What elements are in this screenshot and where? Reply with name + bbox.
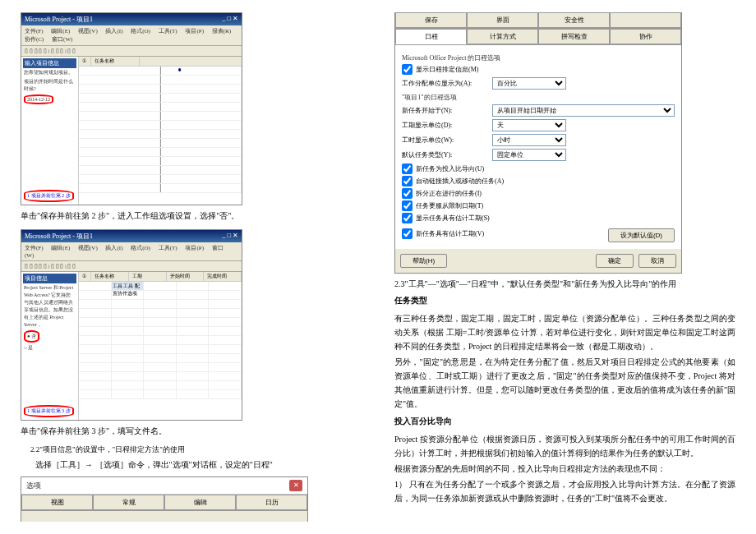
sidebar-heading: 输入项目信息 [23,58,76,68]
btn-setdefault[interactable]: 设为默认值(D) [608,228,675,242]
heading-23: 2.3"工具"—"选项"—"日程"中，"默认任务类型"和"新任务为投入比导向"的… [394,279,735,290]
dialog-title-text: 选项 [26,481,41,491]
window-title: Microsoft Project - 项目1 [25,15,93,24]
project-screenshot-2: Microsoft Project - 项目1 _ □ ✕ 文件(F) 编辑(E… [21,229,242,421]
caption-3: 2.2"项目信息"的设置中，"日程排定方法"的使用 [30,444,362,455]
chk-split[interactable] [402,188,413,199]
caption-2: 单击"保存并前往第 3 步"，填写文件名。 [21,425,362,438]
select-tasktype[interactable]: 固定单位 [492,149,566,161]
select-newtask[interactable]: 从项目开始日期开始 [492,104,675,117]
tab-interface[interactable]: 界面 [467,12,538,28]
tabs-row1: 视图 常规 编辑 日历 [21,495,307,511]
left-column: Microsoft Project - 项目1 _ □ ✕ 文件(F) 编辑(E… [21,12,362,455]
tab-view[interactable]: 视图 [21,495,93,510]
select-work[interactable]: 小时 [492,134,566,146]
sidebar-panel-2: 项目信息 Project Server 和 Project Web Access… [21,272,79,420]
chk-effort[interactable] [402,163,413,174]
section-1: Microsoft Office Project 的日程选项 [402,53,675,62]
btn-cancel[interactable]: 取消 [638,254,676,268]
btn-help[interactable]: 帮助(H) [400,254,447,268]
sidebar-panel: 输入项目信息 您希望如何规划项目。 项目的开始时间是什么时候? 2014-12-… [21,57,79,205]
next-step-link-2[interactable]: 1 项目并前往第 3 步 [24,405,74,417]
chk-estdur[interactable] [402,213,413,223]
btn-ok[interactable]: 确定 [596,254,634,268]
menubar: 文件(F) 编辑(E) 视图(V) 插入(I) 格式(O) 工具(T) 项目(P… [21,25,242,46]
tab-spell[interactable]: 拼写检查 [538,29,610,44]
tabs-row2: 保存 界面 安全性 [395,12,681,29]
select-workunit[interactable]: 百分比 [492,77,566,90]
select-duration[interactable]: 天 [492,119,566,131]
window-controls: _ □ ✕ [222,232,238,241]
gantt-area: ① 任务名称 [79,57,242,205]
project-screenshot-1: Microsoft Project - 项目1 _ □ ✕ 文件(F) 编辑(E… [21,12,242,205]
tab-schedule[interactable]: 日程 [395,29,467,44]
close-icon[interactable]: ✕ [289,480,302,491]
heading-ratio: 投入百分比导向 [394,416,735,427]
para-5: 1） 只有在为任务分配了一个或多个资源之后，才会应用投入比导向计算方法。在分配了… [394,477,735,505]
heading-tasktype: 任务类型 [394,295,735,306]
window-controls: _ □ ✕ [222,15,238,24]
date-field-circled[interactable]: 2014-12-12 [24,94,53,104]
para-1: 有三种任务类型，固定工期，固定工时，固定单位（资源分配单位）。三种任务类型之间的… [394,311,735,353]
tabs-row3: 日程 计算方式 拼写检查 协作 [395,29,681,45]
tab-calc[interactable]: 计算方式 [467,29,538,44]
toolbar: ▯ ▯ ▯ ▯ ▯ | ▯ ▯ ▯ | ▯ ▯ [21,46,242,57]
para-3: Project 按资源分配单位（根据资源日历，资源可投入到某项所分配任务中的可用… [394,432,735,460]
tab-collab[interactable]: 协作 [610,29,681,44]
caption-1: 单击"保存并前往第 2 步"，进入工作组选项设置，选择"否"。 [21,209,362,223]
tab-edit[interactable]: 编辑 [164,495,236,510]
next-step-link[interactable]: 1 项目并前往第 2 步 [24,190,74,202]
tab-save[interactable]: 保存 [395,12,467,28]
tab-security[interactable]: 安全性 [538,12,610,28]
tab-general[interactable]: 常规 [93,495,164,510]
chk-showinfo[interactable] [402,64,413,75]
tab-calendar[interactable]: 日历 [236,495,307,510]
instruction-text: 选择［工具］→ ［选项］命令，弹出"选项"对话框，设定的"日程" [21,458,362,472]
chk-autolink[interactable] [402,176,413,186]
chk-honor[interactable] [402,200,413,211]
option-no[interactable]: ● 否 [24,330,39,343]
titlebar2: Microsoft Project - 项目1 _ □ ✕ [21,230,242,242]
chk-newest[interactable] [402,228,413,239]
titlebar: Microsoft Project - 项目1 _ □ ✕ [21,13,242,25]
para-4: 根据资源分配的先后时间的不同，投入比导向日程排定方法的表现也不同： [394,462,735,476]
section-2: "项目1"的日程选项 [402,93,675,102]
option-yes[interactable]: ○ 是 [23,343,76,352]
para-2: 另外，"固定"的意思是，在为特定任务分配了值，然后又对项目日程排定公式的其他要素… [394,355,735,411]
